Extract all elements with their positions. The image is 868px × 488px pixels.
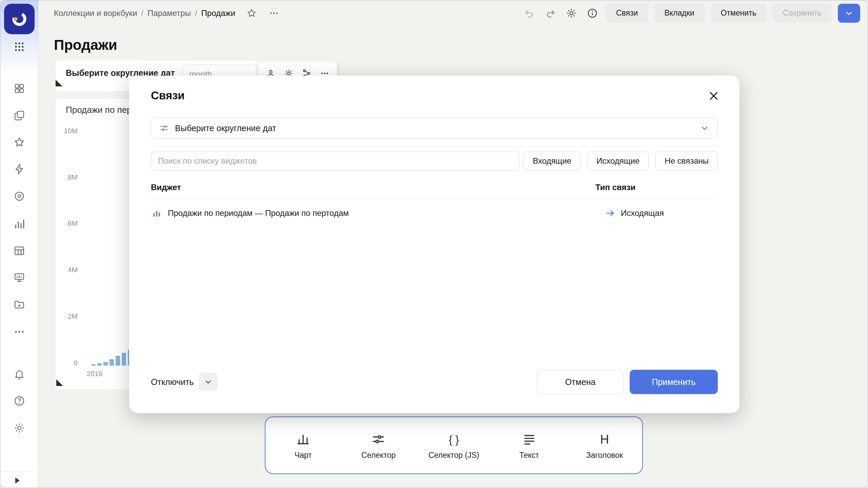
braces-icon: { } — [449, 431, 459, 446]
panel-item-label: Текст — [519, 451, 539, 460]
panel-item-label: Селектор (JS) — [429, 451, 479, 460]
tabs-button[interactable]: Вкладки — [654, 4, 704, 23]
sidebar-item-connections[interactable] — [0, 163, 38, 175]
add-widget-panel: Чарт Селектор { } Селектор (JS) Текст — [265, 416, 643, 474]
divider — [151, 146, 718, 146]
sidebar-expand-icon[interactable] — [15, 477, 20, 484]
search-filter-row: Входящие Исходящие Не связаны — [151, 151, 718, 170]
breadcrumb: Коллекции и воркбуки / Параметры / Прода… — [54, 0, 281, 26]
x-axis-tick: 2016 — [78, 370, 111, 378]
save-dropdown-button[interactable] — [838, 4, 860, 23]
sidebar-item-favorites[interactable] — [0, 137, 38, 148]
sidebar-more-icon[interactable] — [0, 326, 38, 338]
y-axis-tick: 8M — [51, 173, 78, 181]
close-icon[interactable] — [706, 88, 722, 104]
panel-item-label: Заголовок — [586, 451, 623, 460]
apply-button[interactable]: Применить — [630, 370, 718, 394]
chart-bar — [91, 364, 96, 366]
widget-select-dropdown[interactable]: Выберите округление дат — [151, 118, 718, 139]
filter-incoming-button[interactable]: Входящие — [524, 151, 580, 170]
y-axis-tick: 4M — [51, 266, 78, 274]
more-menu-icon[interactable] — [267, 6, 281, 21]
panel-item-selector-js[interactable]: { } Селектор (JS) — [416, 431, 491, 460]
widget-resize-handle[interactable] — [56, 379, 63, 386]
breadcrumb-parameters[interactable]: Параметры — [147, 8, 191, 18]
sidebar — [0, 0, 38, 488]
divider — [151, 199, 718, 199]
breadcrumb-collections[interactable]: Коллекции и воркбуки — [54, 8, 137, 18]
filter-unrelated-button[interactable]: Не связаны — [655, 151, 718, 170]
disable-dropdown-button[interactable] — [199, 373, 217, 391]
datalens-logo[interactable] — [4, 4, 35, 34]
y-axis-tick: 10M — [51, 127, 78, 135]
favorite-star-icon[interactable] — [244, 6, 259, 21]
chart-icon — [296, 431, 310, 446]
sidebar-item-tables[interactable] — [0, 245, 38, 257]
y-axis-tick: 2M — [51, 312, 78, 320]
outgoing-arrow-icon — [605, 208, 615, 218]
cancel-edit-button[interactable]: Отменить — [711, 4, 767, 23]
selector-icon — [372, 431, 385, 446]
chart-bar — [103, 362, 108, 366]
disable-button[interactable]: Отключить — [151, 377, 194, 387]
page-title: Продажи — [54, 37, 117, 53]
panel-item-chart[interactable]: Чарт — [265, 431, 341, 460]
breadcrumb-separator: / — [195, 8, 197, 18]
sidebar-item-datasets[interactable] — [0, 190, 38, 202]
chart-bar — [122, 353, 126, 366]
relation-type-label: Исходящая — [621, 208, 664, 218]
relation-filters: Входящие Исходящие Не связаны — [524, 151, 718, 170]
panel-item-title[interactable]: H Заголовок — [567, 431, 642, 460]
sidebar-item-charts[interactable] — [0, 218, 38, 230]
top-bar-actions: Связи Вкладки Отменить Сохранить — [522, 0, 860, 26]
chevron-down-icon — [700, 123, 709, 133]
chart-bar — [110, 359, 114, 366]
breadcrumb-separator: / — [141, 8, 143, 18]
column-widget: Виджет — [151, 183, 181, 192]
sidebar-item-dashboards[interactable] — [0, 272, 38, 283]
heading-icon: H — [600, 431, 609, 446]
breadcrumb-current: Продажи — [201, 8, 235, 18]
sidebar-item-collections[interactable] — [0, 83, 38, 94]
chart-bar — [97, 363, 102, 366]
dialog-title: Связи — [151, 89, 185, 102]
text-lines-icon — [522, 431, 536, 446]
sliders-icon — [159, 123, 169, 133]
dialog-footer: Отключить Отмена Применить — [151, 370, 718, 394]
y-axis-tick: 6M — [51, 219, 78, 227]
relations-button[interactable]: Связи — [606, 4, 648, 23]
app-window: Коллекции и воркбуки / Параметры / Прода… — [0, 0, 868, 488]
dashboard-settings-gear-icon[interactable] — [564, 6, 579, 21]
widget-search-input[interactable] — [151, 151, 519, 170]
sidebar-item-files[interactable] — [0, 299, 38, 310]
dropdown-selected-value: Выберите округление дат — [175, 123, 694, 133]
apps-grid-icon[interactable] — [0, 41, 38, 53]
panel-item-label: Селектор — [361, 451, 396, 460]
panel-item-selector[interactable]: Селектор — [341, 431, 416, 460]
chart-bar — [116, 356, 120, 366]
top-bar: Коллекции и воркбуки / Параметры / Прода… — [38, 0, 868, 26]
table-header: Виджет Тип связи — [151, 183, 718, 194]
panel-item-text[interactable]: Текст — [492, 431, 567, 460]
settings-gear-icon[interactable] — [0, 422, 38, 434]
sidebar-item-workbooks[interactable] — [0, 110, 38, 121]
cancel-button[interactable]: Отмена — [537, 370, 624, 394]
table-row[interactable]: Продажи по периодам — Продажи по пертода… — [151, 204, 718, 223]
notifications-bell-icon[interactable] — [0, 368, 38, 380]
column-relation-type: Тип связи — [595, 183, 635, 192]
y-axis-tick: 0 — [51, 359, 78, 367]
mini-chart-icon — [151, 207, 162, 219]
panel-item-label: Чарт — [295, 451, 312, 460]
undo-icon[interactable] — [522, 6, 537, 21]
widget-resize-handle[interactable] — [56, 80, 62, 86]
row-widget-name: Продажи по периодам — Продажи по пертода… — [168, 208, 349, 218]
relations-dialog: Связи Выберите округление дат — [129, 76, 739, 413]
help-icon[interactable] — [0, 395, 38, 407]
save-button[interactable]: Сохранить — [773, 4, 832, 23]
sidebar-divider — [0, 471, 38, 472]
row-relation-type: Исходящая — [605, 208, 664, 218]
redo-icon[interactable] — [543, 6, 558, 21]
filter-outgoing-button[interactable]: Исходящие — [587, 151, 649, 170]
info-icon[interactable] — [585, 6, 600, 21]
chart-bars — [91, 131, 132, 366]
